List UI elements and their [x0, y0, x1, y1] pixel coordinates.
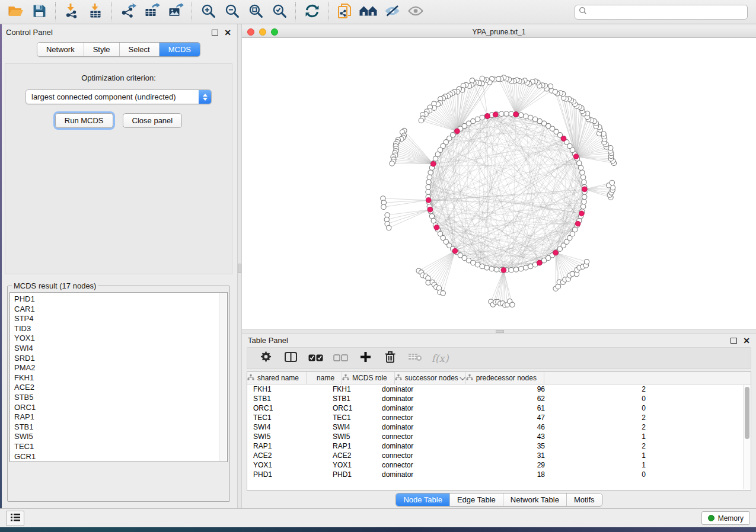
- table-toolbar: f(x): [247, 347, 751, 369]
- homes-icon: [359, 4, 377, 20]
- hide-eye-button[interactable]: [380, 2, 404, 22]
- export-table-button[interactable]: [140, 2, 164, 22]
- mcds-result-item[interactable]: FKH1: [14, 373, 227, 383]
- show-eye-button[interactable]: [404, 2, 428, 22]
- mcds-result-item[interactable]: SWI4: [14, 344, 227, 354]
- column-type-icon: [342, 374, 349, 382]
- table-row[interactable]: YOX1 YOX1 connector 29 1: [247, 460, 751, 470]
- maximize-traffic-light[interactable]: [271, 28, 278, 36]
- column-header[interactable]: name: [307, 372, 342, 384]
- table-tab[interactable]: Network Table: [503, 493, 566, 506]
- network-view-window: YPA_prune.txt_1: [242, 27, 756, 329]
- mcds-result-item[interactable]: YOX1: [14, 334, 227, 344]
- table-row[interactable]: SWI4 SWI4 dominator 46 2: [247, 422, 751, 432]
- delete-table-button[interactable]: [403, 350, 428, 367]
- mcds-result-item[interactable]: ORC1: [14, 403, 227, 413]
- close-traffic-light[interactable]: [247, 28, 254, 36]
- control-panel-tab[interactable]: Style: [84, 43, 119, 56]
- clone-network-button[interactable]: [333, 2, 356, 22]
- criterion-select[interactable]: largest connected component (undirected): [25, 89, 212, 104]
- table-row[interactable]: ORC1 ORC1 dominator 61 0: [247, 403, 751, 413]
- mcds-result-item[interactable]: SRD1: [14, 354, 227, 364]
- cell-shared-name: FKH1: [247, 385, 327, 393]
- float-panel-icon[interactable]: [212, 30, 218, 36]
- control-panel-tab[interactable]: MCDS: [159, 43, 200, 56]
- function-builder-button[interactable]: f(x): [428, 350, 452, 367]
- table-row[interactable]: FKH1 FKH1 dominator 96 2: [247, 384, 751, 394]
- cell-successor-nodes: 46: [464, 423, 551, 431]
- divider-handle[interactable]: [238, 264, 241, 273]
- memory-button[interactable]: Memory: [701, 511, 750, 525]
- column-header[interactable]: successor nodes: [395, 372, 466, 384]
- export-network-button[interactable]: [116, 2, 140, 22]
- import-table-button[interactable]: [84, 2, 107, 22]
- table-tab[interactable]: Edge Table: [449, 493, 503, 506]
- table-tab[interactable]: Motifs: [566, 493, 602, 506]
- minimize-traffic-light[interactable]: [259, 28, 266, 36]
- open-file-button[interactable]: [4, 2, 27, 22]
- run-mcds-button[interactable]: Run MCDS: [55, 113, 113, 128]
- hidden-panels-button[interactable]: [6, 511, 24, 526]
- mcds-result-list[interactable]: PHD1CAR1STP4TID3YOX1SWI4SRD1PMA2FKH1ACE2…: [9, 292, 228, 462]
- cell-predecessor-nodes: 1: [551, 432, 652, 441]
- deselect-all-button[interactable]: [328, 350, 353, 367]
- mcds-result-item[interactable]: TID3: [14, 324, 227, 334]
- mcds-result-item[interactable]: SWI5: [14, 432, 227, 442]
- table-row[interactable]: PHD1 PHD1 dominator 18 0: [247, 470, 751, 479]
- split-panel-button[interactable]: [278, 350, 303, 367]
- table-settings-button[interactable]: [253, 350, 278, 367]
- toolbar-separator: [328, 2, 328, 21]
- close-panel-icon[interactable]: ✕: [743, 338, 750, 344]
- mcds-result-item[interactable]: ACE2: [14, 383, 227, 393]
- save-session-button[interactable]: [27, 2, 51, 22]
- table-row[interactable]: STB1 STB1 dominator 62 0: [247, 394, 751, 403]
- close-panel-icon[interactable]: ✕: [224, 30, 231, 36]
- vertical-split-divider[interactable]: [237, 24, 242, 508]
- control-panel-tab[interactable]: Select: [119, 43, 159, 56]
- mcds-tab-content: Optimization criterion: largest connecte…: [5, 63, 232, 274]
- import-network-button[interactable]: [60, 2, 84, 22]
- mcds-result-item[interactable]: CAR1: [14, 305, 227, 315]
- zoom-selected-button[interactable]: [267, 2, 291, 22]
- table-row[interactable]: TEC1 TEC1 connector 47 2: [247, 413, 751, 422]
- network-canvas[interactable]: [242, 38, 756, 329]
- mcds-result-item[interactable]: GCR1: [14, 452, 227, 462]
- table-row[interactable]: ACE2 ACE2 connector 31 1: [247, 451, 751, 460]
- mcds-result-item[interactable]: PHD1: [14, 294, 227, 305]
- horizontal-split-divider[interactable]: [242, 329, 756, 334]
- zoom-fit-button[interactable]: [244, 2, 267, 22]
- add-column-button[interactable]: [353, 350, 378, 367]
- zoom-in-button[interactable]: [196, 2, 220, 22]
- table-scrollbar-thumb[interactable]: [745, 387, 749, 439]
- mcds-result-item[interactable]: PMA2: [14, 363, 227, 373]
- table-row[interactable]: SWI5 SWI5 connector 43 1: [247, 432, 751, 441]
- control-panel-tab[interactable]: Network: [37, 43, 84, 56]
- divider-handle[interactable]: [496, 330, 504, 333]
- mcds-result-item[interactable]: TEC1: [14, 442, 227, 452]
- result-list-scrollbar[interactable]: [219, 293, 227, 461]
- search-box: [575, 5, 748, 20]
- column-header[interactable]: shared name: [247, 372, 307, 384]
- search-input[interactable]: [590, 8, 744, 16]
- column-type-icon: [395, 374, 402, 382]
- delete-column-button[interactable]: [378, 350, 403, 367]
- float-panel-icon[interactable]: [731, 338, 737, 344]
- export-image-button[interactable]: [164, 2, 187, 22]
- mcds-result-item[interactable]: STP4: [14, 314, 227, 324]
- close-panel-button[interactable]: Close panel: [123, 113, 183, 128]
- refresh-view-button[interactable]: [300, 2, 324, 22]
- mcds-result-item[interactable]: STB5: [14, 393, 227, 403]
- mcds-result-item[interactable]: RAP1: [14, 412, 227, 422]
- cell-shared-name: SWI5: [247, 432, 327, 441]
- network-graph[interactable]: [242, 38, 755, 329]
- column-header[interactable]: predecessor nodes: [466, 372, 544, 384]
- zoom-out-button[interactable]: [220, 2, 244, 22]
- select-all-button[interactable]: [303, 350, 328, 367]
- column-header[interactable]: MCDS role: [342, 372, 395, 384]
- table-scrollbar[interactable]: [743, 385, 751, 489]
- table-tab[interactable]: Node Table: [396, 493, 449, 506]
- table-row[interactable]: RAP1 RAP1 dominator 35 2: [247, 441, 751, 451]
- network-window-titlebar[interactable]: YPA_prune.txt_1: [242, 27, 756, 38]
- mcds-result-item[interactable]: STB1: [14, 422, 227, 432]
- homes-button[interactable]: [356, 2, 380, 22]
